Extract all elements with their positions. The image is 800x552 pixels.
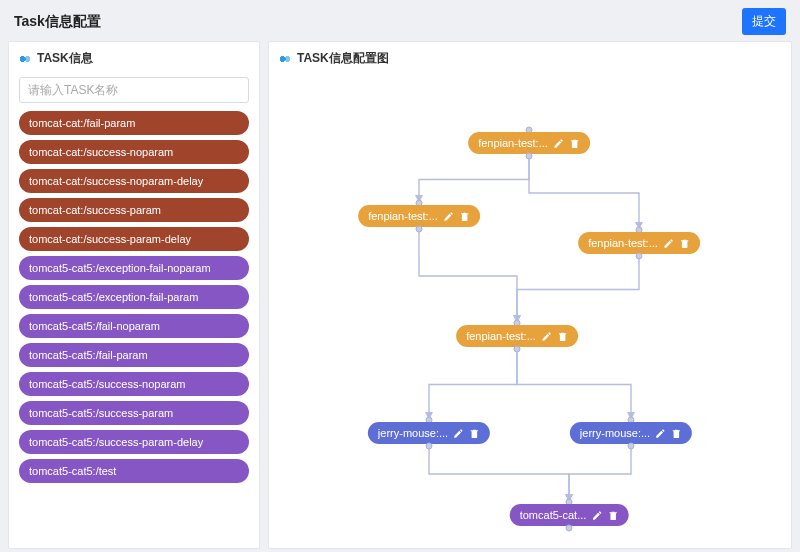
delete-icon[interactable] xyxy=(557,331,568,342)
task-list-header: TASK信息 xyxy=(9,42,259,73)
node-port-bottom[interactable] xyxy=(526,153,533,160)
task-item[interactable]: tomcat5-cat5:/success-param-delay xyxy=(19,430,249,454)
task-item[interactable]: tomcat5-cat5:/success-noparam xyxy=(19,372,249,396)
flow-edge xyxy=(419,229,517,323)
delete-icon[interactable] xyxy=(459,211,470,222)
task-list-title: TASK信息 xyxy=(37,50,93,67)
delete-icon[interactable] xyxy=(671,428,682,439)
flow-node[interactable]: fenpian-test:... xyxy=(358,205,480,227)
flow-edge xyxy=(419,156,529,203)
search-wrap xyxy=(9,73,259,109)
task-list[interactable]: tomcat-cat:/fail-paramtomcat-cat:/succes… xyxy=(9,109,259,548)
task-item[interactable]: tomcat5-cat5:/fail-noparam xyxy=(19,314,249,338)
delete-icon[interactable] xyxy=(607,510,618,521)
flow-edge xyxy=(429,349,517,420)
submit-button[interactable]: 提交 xyxy=(742,8,786,35)
diagram-panel: TASK信息配置图 fenpian-test:...fenpian-test:.… xyxy=(268,41,792,549)
flow-node[interactable]: fenpian-test:... xyxy=(468,132,590,154)
edit-icon[interactable] xyxy=(443,211,454,222)
node-label: jerry-mouse:... xyxy=(580,427,650,439)
edit-icon[interactable] xyxy=(663,238,674,249)
task-item[interactable]: tomcat-cat:/success-noparam xyxy=(19,140,249,164)
task-item[interactable]: tomcat-cat:/fail-param xyxy=(19,111,249,135)
flow-node[interactable]: tomcat5-cat... xyxy=(510,504,629,526)
flow-node[interactable]: fenpian-test:... xyxy=(456,325,578,347)
task-item[interactable]: tomcat-cat:/success-param-delay xyxy=(19,227,249,251)
diagram-canvas[interactable]: fenpian-test:...fenpian-test:...fenpian-… xyxy=(269,73,791,548)
task-item[interactable]: tomcat5-cat5:/fail-param xyxy=(19,343,249,367)
main-content: TASK信息 tomcat-cat:/fail-paramtomcat-cat:… xyxy=(0,41,800,552)
node-label: fenpian-test:... xyxy=(368,210,438,222)
node-port-bottom[interactable] xyxy=(514,346,521,353)
diagram-title: TASK信息配置图 xyxy=(297,50,389,67)
node-label: jerry-mouse:... xyxy=(378,427,448,439)
delete-icon[interactable] xyxy=(569,138,580,149)
delete-icon[interactable] xyxy=(679,238,690,249)
node-port-bottom[interactable] xyxy=(566,525,573,532)
edit-icon[interactable] xyxy=(591,510,602,521)
flow-node[interactable]: jerry-mouse:... xyxy=(368,422,490,444)
flow-edge xyxy=(517,349,631,420)
panel-icon xyxy=(279,55,291,63)
task-item[interactable]: tomcat5-cat5:/success-param xyxy=(19,401,249,425)
task-item[interactable]: tomcat5-cat5:/exception-fail-param xyxy=(19,285,249,309)
edit-icon[interactable] xyxy=(541,331,552,342)
node-label: fenpian-test:... xyxy=(466,330,536,342)
node-label: tomcat5-cat... xyxy=(520,509,587,521)
node-port-bottom[interactable] xyxy=(636,253,643,260)
flow-node[interactable]: jerry-mouse:... xyxy=(570,422,692,444)
diagram-header: TASK信息配置图 xyxy=(269,42,791,73)
flow-edge xyxy=(569,446,631,502)
edit-icon[interactable] xyxy=(553,138,564,149)
task-item[interactable]: tomcat5-cat5:/exception-fail-noparam xyxy=(19,256,249,280)
node-port-bottom[interactable] xyxy=(416,226,423,233)
node-label: fenpian-test:... xyxy=(588,237,658,249)
node-port-bottom[interactable] xyxy=(628,443,635,450)
task-item[interactable]: tomcat5-cat5:/test xyxy=(19,459,249,483)
task-list-panel: TASK信息 tomcat-cat:/fail-paramtomcat-cat:… xyxy=(8,41,260,549)
top-bar: Task信息配置 提交 xyxy=(0,0,800,41)
task-item[interactable]: tomcat-cat:/success-noparam-delay xyxy=(19,169,249,193)
search-input[interactable] xyxy=(19,77,249,103)
delete-icon[interactable] xyxy=(469,428,480,439)
edit-icon[interactable] xyxy=(453,428,464,439)
flow-node[interactable]: fenpian-test:... xyxy=(578,232,700,254)
node-port-bottom[interactable] xyxy=(426,443,433,450)
node-label: fenpian-test:... xyxy=(478,137,548,149)
flow-edge xyxy=(429,446,569,502)
page-title: Task信息配置 xyxy=(14,13,101,31)
flow-edge xyxy=(529,156,639,230)
panel-icon xyxy=(19,55,31,63)
task-item[interactable]: tomcat-cat:/success-param xyxy=(19,198,249,222)
flow-edge xyxy=(517,256,639,323)
edit-icon[interactable] xyxy=(655,428,666,439)
